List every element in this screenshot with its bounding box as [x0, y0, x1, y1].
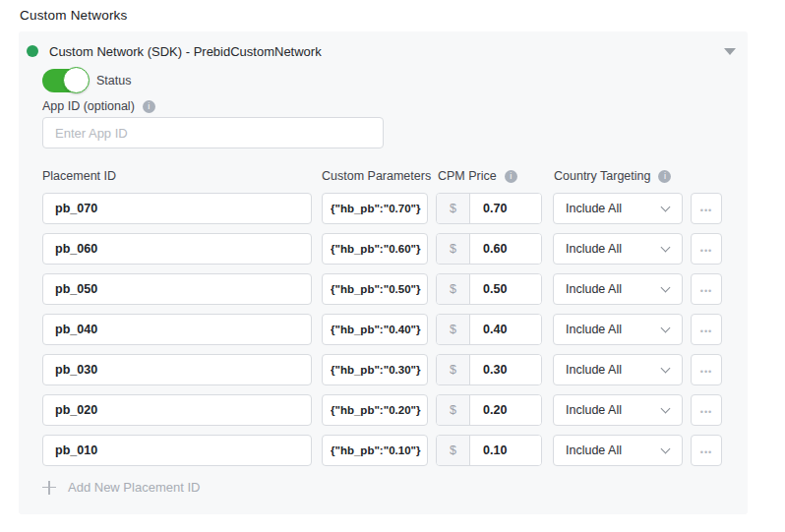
- chevron-down-icon: [661, 404, 671, 414]
- currency-symbol: $: [437, 234, 470, 264]
- table-row: $ Include All: [42, 193, 722, 224]
- cpm-price-field: $: [436, 273, 542, 305]
- custom-parameters-input[interactable]: [322, 193, 428, 224]
- cpm-price-input[interactable]: [470, 274, 541, 304]
- custom-parameters-input[interactable]: [322, 394, 428, 426]
- cpm-price-info-icon[interactable]: [505, 170, 517, 183]
- table-row: $ Include All: [42, 435, 722, 466]
- country-targeting-value: Include All: [566, 323, 662, 336]
- ellipsis-icon: [700, 202, 712, 216]
- plus-icon: [42, 481, 56, 495]
- chevron-down-icon: [661, 243, 671, 253]
- table-header-row: Placement ID Custom Parameters CPM Price…: [42, 169, 724, 184]
- ellipsis-icon: [700, 403, 712, 418]
- currency-symbol: $: [437, 355, 470, 384]
- placement-id-input[interactable]: [42, 193, 312, 224]
- chevron-down-icon: [661, 364, 671, 374]
- chevron-down-icon: [661, 444, 671, 454]
- cpm-price-input[interactable]: [470, 194, 541, 223]
- country-targeting-value: Include All: [566, 363, 662, 377]
- country-targeting-header: Country Targeting: [554, 169, 671, 183]
- custom-parameters-input[interactable]: [322, 435, 428, 466]
- add-new-placement-label: Add New Placement ID: [68, 480, 200, 495]
- add-new-placement-button[interactable]: Add New Placement ID: [42, 480, 200, 495]
- row-options-button[interactable]: [691, 435, 722, 466]
- table-row: $ Include All: [42, 233, 722, 265]
- placement-id-input[interactable]: [42, 273, 312, 305]
- ellipsis-icon: [700, 242, 712, 257]
- cpm-price-header: CPM Price: [438, 169, 517, 183]
- collapse-chevron-icon[interactable]: [724, 48, 736, 55]
- currency-symbol: $: [437, 274, 470, 304]
- cpm-price-input[interactable]: [470, 234, 541, 264]
- row-options-button[interactable]: [691, 314, 722, 345]
- currency-symbol: $: [437, 395, 470, 425]
- ellipsis-icon: [700, 443, 712, 458]
- app-id-label-row: App ID (optional): [42, 99, 155, 113]
- app-id-label: App ID (optional): [42, 99, 135, 113]
- row-options-button[interactable]: [691, 233, 722, 265]
- row-options-button[interactable]: [691, 273, 722, 305]
- country-targeting-value: Include All: [566, 202, 662, 215]
- row-options-button[interactable]: [691, 394, 722, 426]
- ellipsis-icon: [700, 282, 712, 297]
- status-toggle[interactable]: [42, 69, 88, 92]
- status-toggle-row: Status: [42, 67, 131, 93]
- country-targeting-info-icon[interactable]: [658, 170, 671, 183]
- cpm-price-field: $: [436, 314, 542, 345]
- table-row: $ Include All: [42, 354, 722, 385]
- ellipsis-icon: [700, 323, 712, 337]
- network-status-dot-icon: [27, 45, 38, 57]
- country-targeting-select[interactable]: Include All: [553, 394, 683, 426]
- row-options-button[interactable]: [691, 193, 722, 224]
- custom-network-card: Custom Network (SDK) - PrebidCustomNetwo…: [19, 31, 748, 514]
- placement-rows: $ Include All $ Include All: [42, 193, 722, 475]
- network-header: Custom Network (SDK) - PrebidCustomNetwo…: [27, 38, 736, 64]
- custom-parameters-input[interactable]: [322, 314, 428, 345]
- placement-id-input[interactable]: [42, 394, 312, 426]
- placement-id-input[interactable]: [42, 233, 312, 265]
- toggle-knob: [63, 67, 90, 93]
- placement-id-header: Placement ID: [42, 169, 116, 183]
- country-targeting-select[interactable]: Include All: [553, 193, 683, 224]
- row-options-button[interactable]: [691, 354, 722, 385]
- table-row: $ Include All: [42, 314, 722, 345]
- country-targeting-select[interactable]: Include All: [553, 435, 683, 466]
- country-targeting-value: Include All: [566, 443, 662, 457]
- placement-id-input[interactable]: [42, 314, 312, 345]
- table-row: $ Include All: [42, 394, 722, 426]
- placement-id-input[interactable]: [42, 435, 312, 466]
- cpm-price-field: $: [436, 233, 542, 265]
- currency-symbol: $: [437, 194, 470, 223]
- cpm-price-field: $: [436, 435, 542, 466]
- cpm-price-input[interactable]: [470, 395, 541, 425]
- ellipsis-icon: [700, 363, 712, 378]
- cpm-price-input[interactable]: [470, 315, 541, 344]
- cpm-price-input[interactable]: [470, 436, 541, 465]
- network-title: Custom Network (SDK) - PrebidCustomNetwo…: [49, 44, 322, 59]
- custom-parameters-input[interactable]: [322, 354, 428, 385]
- currency-symbol: $: [437, 315, 470, 344]
- app-id-input[interactable]: [42, 117, 384, 148]
- country-targeting-value: Include All: [566, 282, 662, 296]
- cpm-price-field: $: [436, 354, 542, 385]
- placement-id-input[interactable]: [42, 354, 312, 385]
- custom-parameters-input[interactable]: [322, 273, 428, 305]
- country-targeting-value: Include All: [566, 242, 662, 256]
- page-title: Custom Networks: [20, 8, 128, 23]
- country-targeting-select[interactable]: Include All: [553, 273, 683, 305]
- cpm-price-field: $: [436, 394, 542, 426]
- country-targeting-select[interactable]: Include All: [553, 354, 683, 385]
- country-targeting-select[interactable]: Include All: [553, 314, 683, 345]
- chevron-down-icon: [661, 203, 671, 212]
- custom-parameters-header: Custom Parameters: [322, 169, 431, 183]
- cpm-price-input[interactable]: [470, 355, 541, 384]
- chevron-down-icon: [661, 324, 671, 333]
- chevron-down-icon: [661, 283, 671, 293]
- custom-parameters-input[interactable]: [322, 233, 428, 265]
- status-toggle-label: Status: [96, 74, 131, 88]
- app-id-info-icon[interactable]: [143, 100, 155, 113]
- country-targeting-select[interactable]: Include All: [553, 233, 683, 265]
- table-row: $ Include All: [42, 273, 722, 305]
- country-targeting-value: Include All: [566, 403, 662, 417]
